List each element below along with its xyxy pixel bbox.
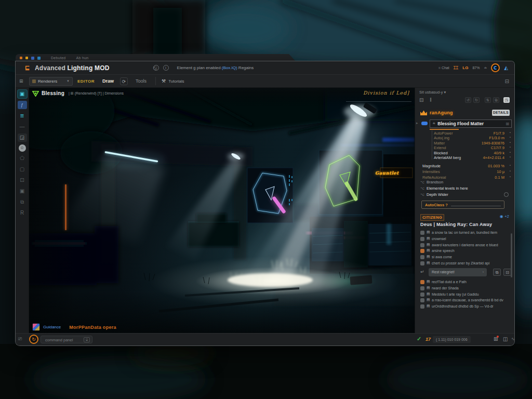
classic-extra[interactable]: ◉ +2	[500, 214, 509, 219]
return-icon: ↵	[420, 269, 424, 274]
titlebar: ⊑ Advanced Lighting MOD ⃠ i Element g pl…	[16, 61, 514, 74]
clipboard-button[interactable]: ⧉	[493, 269, 501, 276]
sidebar-tool-icon[interactable]: —	[18, 123, 27, 131]
sidebar-tool-icon[interactable]: ≣	[18, 112, 27, 120]
chat-label[interactable]: ⌗ Chat	[438, 66, 449, 70]
panel-header[interactable]: Sit usbasud-y ▾	[419, 90, 446, 95]
checklist-item[interactable]: ▤arsine speech	[420, 249, 513, 254]
property-row[interactable]: Matter1949-830876▪	[434, 141, 511, 145]
add-icon[interactable]: ◳	[503, 97, 510, 103]
slider-icon[interactable]: ∥	[430, 97, 432, 102]
properties-panel: Sit usbasud-y ▾ ⊟ ∥ ↺ ↻ ⇅ ⧉ ◳ ranAgung D…	[415, 88, 514, 333]
sidebar-tool-icon[interactable]: ⧉	[18, 198, 27, 206]
property-row[interactable]: Blocked40/9 k▪	[434, 151, 511, 155]
options-icon[interactable]: ⊞	[506, 122, 509, 126]
window-dot-4[interactable]	[37, 57, 41, 60]
sidebar-tool-icon[interactable]: ☺	[19, 144, 26, 152]
command-chip[interactable]: command panel ⌸	[41, 336, 92, 343]
scene-meta: | ⊞ (Renderwind) [T] | Dimensions	[69, 91, 124, 96]
app-window: ⊑ Advanced Lighting MOD ⃠ i Element g pl…	[16, 61, 514, 345]
mute-icon[interactable]: ⃠	[153, 65, 159, 71]
toggle-row[interactable]: ⌥Elemental levels in here	[420, 186, 511, 191]
flip-icon[interactable]: ⇅	[485, 97, 491, 103]
brand-logo-icon[interactable]	[491, 63, 500, 72]
chat-avatar[interactable]	[32, 323, 40, 331]
lg-icon[interactable]: LG	[462, 65, 468, 70]
command-input-row: ↵ Rest rategriet!› ⧉ ⊡	[420, 268, 513, 277]
property-row[interactable]: ArterialAM berg4×4×2.011.4▪	[434, 155, 511, 160]
panel-input[interactable]: Rest rategriet!›	[429, 268, 487, 276]
checklist-item[interactable]: ▤crownsel	[420, 237, 513, 242]
sidebar-tool-icon[interactable]: ▢	[18, 165, 27, 174]
sidebar-tool-icon[interactable]: ƒ	[18, 101, 27, 109]
checklist-item[interactable]: ▤urOrddhndhaud dhdbd db Sp — Vd-dr	[420, 304, 513, 310]
details-button[interactable]: DETAILS	[492, 110, 510, 116]
property-row[interactable]: Intensities10 µ▪	[422, 169, 511, 174]
sync-icon[interactable]: ≏	[484, 66, 487, 70]
checklist-item[interactable]: ▤recfTlat dutd a e Path	[420, 280, 513, 285]
command-box-icon: ⌸	[84, 337, 90, 342]
copy-icon[interactable]: ⧉	[493, 97, 499, 103]
user-avatar[interactable]: ↻	[29, 335, 38, 344]
renderers-dropdown[interactable]: Renderers ▼	[29, 77, 73, 86]
tab-draw[interactable]: Draw	[100, 76, 116, 86]
undo-icon[interactable]: ↺	[465, 97, 471, 103]
redo-icon[interactable]: ↻	[473, 97, 480, 103]
property-row[interactable]: AutoPowerF1/7.9▪	[434, 131, 511, 136]
flag-badge: 17	[425, 337, 431, 342]
selected-object-row[interactable]: ☀ Blessing Flood Matter ⊞	[430, 119, 512, 128]
window-dot-3[interactable]	[31, 57, 34, 60]
checklist-item[interactable]: ▤a rrao-icanri dscauae, a svandherdd B b…	[420, 298, 513, 303]
rotate-icon[interactable]: ⟳	[120, 77, 128, 85]
approve-icon[interactable]: ✓	[417, 336, 421, 342]
tool-sidebar: ▣ ƒ ≣ — ◲ ☺ ⬠ ▢ ⊡ ▣ ⧉ R	[16, 88, 29, 333]
menu-item-2[interactable]: Ab hun	[76, 56, 89, 60]
status-link[interactable]: (Box.IQ)	[222, 65, 237, 70]
property-row[interactable]: ExtendC17/7.9▪	[434, 145, 511, 150]
window-icon[interactable]: ◫	[503, 336, 508, 342]
sidebar-tool-icon[interactable]: ⊡	[18, 176, 27, 184]
titlebar-actions: ⌗ Chat ⌶⌶ LG 87% ≏ ◭	[438, 63, 514, 72]
user-row: ranAgung DETAILS	[419, 109, 511, 117]
grid-settings-icon[interactable]: ⊟	[505, 78, 509, 84]
3d-scene	[29, 88, 415, 333]
property-row[interactable]: Auto(.ingF1/3.0 m▪	[434, 136, 511, 140]
monitor-icon[interactable]: ⎚	[18, 336, 22, 342]
checklist-item[interactable]: ▤Meddelu t arte ray (ui Gadidu	[420, 292, 513, 298]
sidebar-tool-icon[interactable]: ◲	[18, 134, 27, 142]
user-name[interactable]: ranAgung	[430, 110, 453, 115]
chat-username[interactable]: Guidance	[43, 325, 61, 329]
add-class-box[interactable]: AutoClass ?	[421, 201, 504, 209]
classic-badge[interactable]: CITIZENG	[420, 214, 444, 221]
toggle-row[interactable]: ⌥Brandson	[420, 180, 511, 185]
collapse-icon[interactable]: ▸	[416, 121, 418, 125]
checklist-item[interactable]: ▤a snow ta lac on turned an, bundled ite…	[420, 231, 513, 236]
checklist-item[interactable]: ▤chert cu prossir aner by Zikarbid api	[420, 261, 513, 267]
triangle-icon[interactable]: ◭	[504, 65, 508, 71]
checklist-item[interactable]: ▤rward der Shada	[420, 286, 513, 291]
sidebar-tool-icon[interactable]: ▣	[18, 187, 27, 195]
info-icon[interactable]: i	[163, 65, 169, 71]
layers-icon[interactable]: ⊞	[19, 78, 25, 84]
expand-button[interactable]: ⊡	[503, 269, 511, 276]
grid-icon[interactable]: ⊟	[419, 97, 423, 103]
property-row[interactable]: RefleAutoreal0.1 M▪	[422, 175, 511, 180]
checklist-item[interactable]: ▤si awa come	[420, 255, 513, 260]
sidebar-tool-icon[interactable]: ⬠	[18, 154, 27, 163]
hri-icon[interactable]: ⌶⌶	[454, 65, 459, 71]
menu-item-1[interactable]: Debuted	[51, 56, 66, 60]
tab-tools[interactable]: Tools	[133, 76, 149, 86]
panel-scrollbar[interactable]	[511, 233, 512, 277]
scene-viewport[interactable]: Blessing | ⊞ (Renderwind) [T] | Dimensio…	[29, 88, 415, 333]
checklist-item[interactable]: ▤award kanusters i darkens anose e blued	[420, 243, 513, 248]
sidebar-tool-icon[interactable]: R	[18, 209, 27, 217]
sidebar-tool-icon[interactable]: ▣	[18, 90, 27, 98]
toggle-row[interactable]: ⌥Depth Wider	[420, 192, 511, 197]
grid-alert-icon[interactable]: ⊞	[494, 336, 498, 342]
property-row[interactable]: Magnitude01.003 %▪	[422, 164, 511, 168]
window-dot-1[interactable]	[20, 57, 22, 59]
tutorials-button[interactable]: ⚒ Tutorials	[155, 77, 184, 85]
window-dot-2[interactable]	[25, 57, 28, 59]
wave-icon[interactable]: ∿	[511, 337, 515, 341]
toggle-pill[interactable]	[421, 122, 428, 125]
